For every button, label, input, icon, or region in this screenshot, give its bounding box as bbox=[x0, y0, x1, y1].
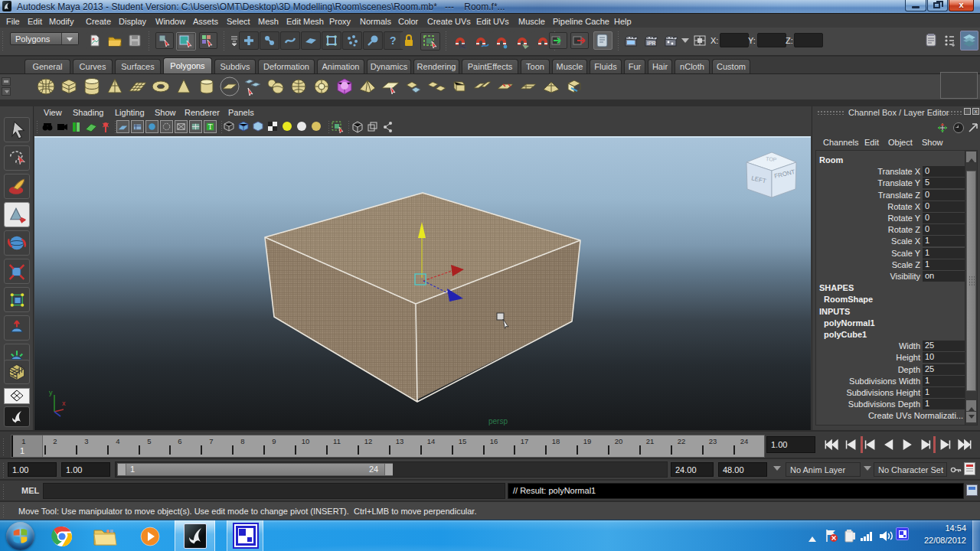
svg-text:IPR: IPR bbox=[647, 41, 656, 46]
svg-text:?: ? bbox=[390, 34, 397, 47]
svg-text:T: T bbox=[208, 123, 213, 131]
svg-text:TOP: TOP bbox=[766, 156, 777, 162]
svg-text:y: y bbox=[49, 389, 53, 396]
svg-text:persp: persp bbox=[488, 417, 508, 425]
svg-text:x: x bbox=[62, 399, 66, 407]
